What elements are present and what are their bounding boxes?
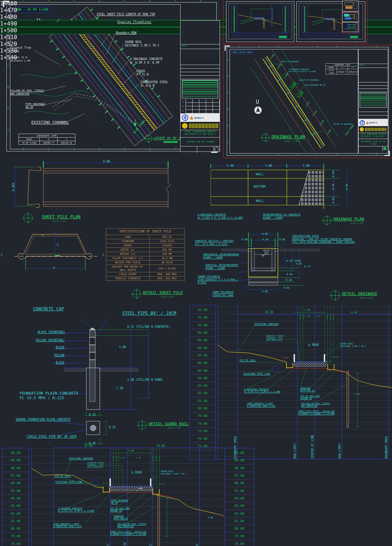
secb-smdim: 0.34 xyxy=(159,456,161,461)
secb-callout-contour: EXISTING CONTOUR xyxy=(69,457,93,460)
secb-callout-agg: AGGREGATE COURSE THINKNESS: 23CM WITH GE… xyxy=(87,462,104,468)
secb-callout-road: ℄ ROAD xyxy=(131,471,142,475)
elevation-value: 88.00 xyxy=(225,465,254,472)
secb-smdim: 0.50 xyxy=(112,456,114,461)
elevation-value: 81.00 xyxy=(225,518,254,525)
secb-marker: 85.75 xyxy=(102,482,108,484)
secb-callout-cut: CUT OF SOIL xyxy=(54,475,71,478)
elevation-value: 82.00 xyxy=(225,510,254,517)
secb-bound-label: CENTER OF LINE xyxy=(124,536,131,546)
secb-callout-sub: SUBGRADE WITH CBR 6% xyxy=(114,515,128,520)
secb-bound-label: ROW LIMIT xyxy=(149,537,153,546)
secb-callout-pline: EXISTING PIPE LINE xyxy=(55,481,82,484)
secb-elev-column-right: 90.0089.0088.0087.0086.0085.0084.0083.00… xyxy=(225,448,254,546)
elevation-value: 80.00 xyxy=(2,525,29,532)
elevation-value: 78.00 xyxy=(225,540,254,546)
elevation-value: 87.00 xyxy=(225,472,254,480)
elevation-value: 81.00 xyxy=(2,518,29,525)
elevation-value: 80.00 xyxy=(225,525,254,532)
secb-elev-column-left: 90.0089.0088.0087.0086.0085.0084.0083.00… xyxy=(2,448,29,546)
secb-bound-label: ROW LIMIT xyxy=(107,537,110,546)
elevation-value: 85.00 xyxy=(2,487,29,494)
elevation-value: 86.00 xyxy=(225,480,254,487)
cad-canvas[interactable]: 12345678 12345678 ABCDEF ABCDEF xyxy=(0,0,392,546)
secb-callout-pile: SHEET PILE SPUII – DEPTH:12M W:400MM X H… xyxy=(110,530,146,535)
secb-dim-10-left: 10.00 xyxy=(84,444,92,448)
secb-smdim: 0.50 xyxy=(152,456,154,461)
secb-bound-label: BOUNDARY AREA xyxy=(196,536,203,546)
secb-smdim: 0.40 xyxy=(116,456,118,461)
secb-dim-325: 3.25 xyxy=(136,456,141,459)
secb-callout-cutrow: CUT OF SOIL ROW AROUND 1M xyxy=(110,507,129,512)
elevation-value: 79.00 xyxy=(225,532,254,540)
elevation-value: 84.00 xyxy=(225,495,254,502)
elevation-value: 83.00 xyxy=(2,502,29,510)
secb-dim-depth: 9.00 xyxy=(208,516,213,519)
secb-dim-10-right: 10.00 xyxy=(156,444,165,448)
secb-callout-udrain: U DRAINAGE CONCRETE W: 0.5M X D: 0.5M X … xyxy=(58,507,94,512)
secb-dim-468: 4.68 xyxy=(128,449,134,453)
secb-callout-guard: GUARD RAIL DISTANCE 1.5M C TO C xyxy=(161,470,186,475)
elevation-value: 89.00 xyxy=(2,457,29,464)
elevation-value: 87.00 xyxy=(2,472,29,480)
elevation-value: 83.00 xyxy=(225,502,254,510)
elevation-value: 82.00 xyxy=(2,510,29,517)
elevation-value: 84.00 xyxy=(2,495,29,502)
elevation-value: 79.00 xyxy=(2,532,29,540)
elevation-value: 85.00 xyxy=(225,487,254,494)
secb-dim-144: 1.44 xyxy=(119,456,124,459)
secb-callout-lean: LEAN CONCRETE T:10CM & COMPACTED SAND T:… xyxy=(53,523,81,528)
secb-callout-pdrain: PIPE DRAINAGE Ø0.4M xyxy=(111,499,128,504)
elevation-value: 78.00 xyxy=(2,540,29,546)
elevation-value: 89.00 xyxy=(225,457,254,464)
elevation-value: 88.00 xyxy=(2,465,29,472)
cross-section-bottom[interactable]: 90.0089.0088.0087.0086.0085.0084.0083.00… xyxy=(0,0,392,546)
secb-smdim: 0.30 xyxy=(155,456,157,461)
secb-marker: 85.30 xyxy=(159,483,165,485)
elevation-value: 90.00 xyxy=(2,449,29,457)
secb-callout-fill: FILLING OF SOIL "SIRTU" AND COMPACTED xyxy=(117,523,147,528)
elevation-value: 86.00 xyxy=(2,480,29,487)
elevation-value: 90.00 xyxy=(225,449,254,457)
